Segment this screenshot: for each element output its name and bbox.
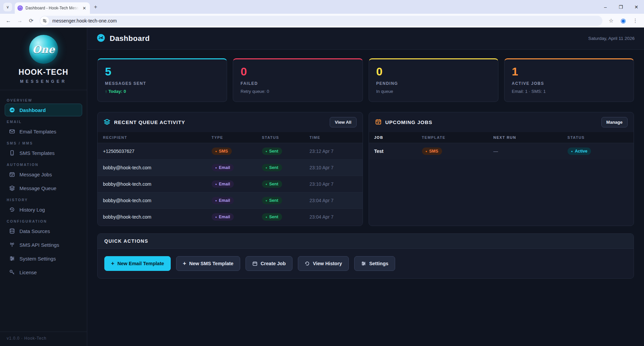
main-area: Dashboard Saturday, April 11 2026 5 MESS… (87, 27, 644, 346)
sidebar-item-history-log[interactable]: History Log (5, 203, 82, 216)
tab-strip: ∨ Dashboard - Hook-Tech Messen ✕ + – ❐ ✕ (0, 0, 644, 14)
bookmark-star-icon[interactable]: ☆ (606, 16, 616, 26)
sliders-icon (9, 255, 15, 262)
recipient-cell: +12505037627 (98, 143, 206, 160)
back-button[interactable]: ← (3, 16, 13, 26)
sidebar-item-label: Email Templates (19, 129, 56, 134)
table-row[interactable]: bobby@hook-tech.com Email Sent 23:04 Apr… (98, 209, 363, 225)
chevron-down-icon: ∨ (6, 5, 9, 9)
key-icon (9, 269, 15, 275)
create-job-button[interactable]: Create Job (246, 256, 292, 271)
page-title: Dashboard (110, 34, 150, 43)
brand-subtitle: MESSENGER (0, 79, 87, 84)
stat-subtext: Retry queue: 0 (240, 89, 355, 94)
browser-toolbar: ← → ⟳ messenger.hook-tech-one.com ☆ ◉ ⋮ (0, 14, 644, 27)
app-shell: One HOOK-TECH MESSENGER OVERVIEW Dashboa… (0, 27, 644, 346)
stat-value: 0 (376, 65, 491, 78)
new-sms-template-button[interactable]: New SMS Template (176, 256, 240, 271)
sliders-icon (361, 261, 366, 266)
reload-button[interactable]: ⟳ (26, 16, 36, 26)
stat-subtext: Email: 1 · SMS: 1 (512, 89, 626, 94)
forward-button[interactable]: → (15, 16, 25, 26)
tab-search-button[interactable]: ∨ (3, 3, 12, 11)
tab-close-icon[interactable]: ✕ (82, 5, 87, 11)
url-bar[interactable]: messenger.hook-tech-one.com (40, 16, 602, 26)
sidebar-item-label: Message Queue (19, 185, 56, 191)
stat-subtext: Today: 0 (105, 89, 219, 94)
sidebar-item-license[interactable]: License (5, 266, 82, 279)
panel-title: UPCOMING JOBS (385, 119, 433, 125)
plus-icon (183, 260, 186, 267)
site-favicon (17, 5, 23, 11)
window-minimize-button[interactable]: – (598, 4, 613, 10)
time-cell: 23:10 Apr 7 (304, 176, 363, 192)
site-info-button[interactable] (40, 16, 49, 25)
table-row[interactable]: bobby@hook-tech.com Email Sent 23:04 Apr… (98, 192, 363, 209)
sidebar-item-label: History Log (19, 207, 45, 213)
page-header: Dashboard Saturday, April 11 2026 (87, 27, 644, 50)
sidebar: One HOOK-TECH MESSENGER OVERVIEW Dashboa… (0, 27, 87, 346)
window-restore-button[interactable]: ❐ (613, 4, 629, 10)
sidebar-item-dashboard[interactable]: Dashboard (5, 104, 82, 116)
settings-button[interactable]: Settings (354, 256, 395, 271)
header-date: Saturday, April 11 2026 (588, 36, 635, 41)
sidebar-item-message-jobs[interactable]: Message Jobs (5, 168, 82, 181)
stat-value: 1 (512, 65, 626, 78)
quick-actions-panel: QUICK ACTIONS New Email Template New SMS… (97, 233, 634, 279)
window-close-button[interactable]: ✕ (629, 4, 644, 10)
view-all-button[interactable]: View All (330, 117, 356, 127)
phone-icon (9, 150, 15, 156)
sidebar-item-message-queue[interactable]: Message Queue (5, 182, 82, 194)
time-cell: 23:12 Apr 7 (304, 143, 363, 160)
sidebar-item-email-templates[interactable]: Email Templates (5, 125, 82, 138)
view-history-button[interactable]: View History (298, 256, 349, 271)
tab-title: Dashboard - Hook-Tech Messen (25, 6, 79, 10)
sidebar-item-system-settings[interactable]: System Settings (5, 252, 82, 265)
column-header: TEMPLATE (417, 132, 488, 143)
recent-queue-activity-panel: RECENT QUEUE ACTIVITY View All RECIPIENT… (97, 112, 363, 226)
manage-button[interactable]: Manage (601, 117, 628, 127)
recipient-cell: bobby@hook-tech.com (98, 209, 206, 225)
stat-cards: 5 MESSAGES SENT Today: 0 0 FAILED Retry … (97, 58, 634, 102)
job-name-cell: Test (369, 143, 417, 160)
browser-tab[interactable]: Dashboard - Hook-Tech Messen ✕ (15, 2, 90, 14)
table-row[interactable]: Test SMS — Active (369, 143, 634, 160)
stat-value: 5 (105, 65, 219, 78)
status-badge: Sent (262, 180, 282, 188)
sidebar-item-sms-api-settings[interactable]: SMS API Settings (5, 238, 82, 251)
recipient-cell: bobby@hook-tech.com (98, 192, 206, 209)
history-icon (305, 261, 310, 266)
type-badge: SMS (212, 148, 232, 155)
column-header: STATUS (562, 132, 634, 143)
new-tab-button[interactable]: + (94, 4, 97, 10)
status-badge: Sent (262, 197, 282, 204)
new-email-template-button[interactable]: New Email Template (104, 256, 171, 271)
table-row[interactable]: bobby@hook-tech.com Email Sent 23:10 Apr… (98, 176, 363, 192)
time-cell: 23:04 Apr 7 (304, 192, 363, 209)
quick-actions-title: QUICK ACTIONS (98, 234, 634, 249)
sidebar-item-data-sources[interactable]: Data Sources (5, 225, 82, 237)
browser-chrome: ∨ Dashboard - Hook-Tech Messen ✕ + – ❐ ✕… (0, 0, 644, 27)
sidebar-item-label: System Settings (19, 256, 56, 262)
one-sphere-logo: One (29, 35, 58, 64)
type-badge: Email (212, 164, 234, 171)
time-cell: 23:10 Apr 7 (304, 160, 363, 176)
table-row[interactable]: bobby@hook-tech.com Email Sent 23:10 Apr… (98, 160, 363, 176)
window-controls: – ❐ ✕ (598, 0, 644, 14)
profile-avatar-icon[interactable]: ◉ (618, 16, 629, 26)
column-header: TYPE (206, 132, 257, 143)
browser-menu-icon[interactable]: ⋮ (630, 16, 641, 26)
tune-icon (42, 18, 47, 23)
sidebar-item-label: Message Jobs (19, 172, 52, 177)
stat-card-active-jobs: 1 ACTIVE JOBS Email: 1 · SMS: 1 (504, 58, 634, 102)
nav-section-email: EMAIL (5, 120, 82, 124)
nav-section-configuration: CONFIGURATION (5, 219, 82, 223)
table-row[interactable]: +12505037627 SMS Sent 23:12 Apr 7 (98, 143, 363, 160)
history-icon (9, 207, 15, 213)
url-text: messenger.hook-tech-one.com (52, 18, 117, 23)
layers-icon (9, 185, 15, 191)
sidebar-item-sms-templates[interactable]: SMS Templates (5, 147, 82, 159)
calendar-icon (252, 261, 258, 266)
type-badge: Email (212, 213, 234, 221)
sidebar-item-label: License (19, 270, 37, 275)
